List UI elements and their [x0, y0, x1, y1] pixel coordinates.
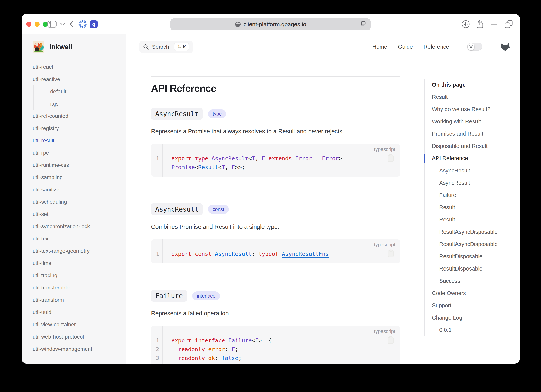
toc-item[interactable]: Success [432, 275, 514, 287]
toc-item-active[interactable]: API Reference [432, 152, 514, 164]
code-token: F [232, 346, 235, 352]
code-row: Promise<Result<T, E>>; [151, 163, 400, 172]
section-heading: AsyncResult type [151, 108, 400, 119]
sidebar-item[interactable]: util-time [22, 257, 125, 269]
sidebar-item[interactable]: util-reactive [22, 73, 125, 85]
nav-link-guide[interactable]: Guide [398, 44, 413, 50]
theme-toggle[interactable] [467, 43, 482, 51]
sidebar-item[interactable]: util-uuid [22, 306, 125, 318]
kind-badge: type [208, 109, 226, 119]
code-token: Promise [171, 164, 195, 170]
sidebar-item[interactable]: default [33, 85, 125, 98]
close-window-button[interactable] [26, 22, 31, 27]
sidebar-item[interactable]: util-set [22, 208, 125, 220]
toc-item[interactable]: Why do we use Result? [432, 103, 514, 115]
sidebar-item[interactable]: util-text-range-geometry [22, 245, 125, 257]
code-token [225, 337, 228, 344]
tanuki-icon [500, 42, 510, 52]
toc-item[interactable]: Working with Result [432, 115, 514, 128]
toc-item[interactable]: ResultDisposable [432, 250, 514, 263]
code-token: typeof [258, 251, 279, 257]
sidebar-item[interactable]: util-sanitize [22, 184, 125, 196]
sidebar-item[interactable]: util-runtime-css [22, 159, 125, 171]
sidebar-toggle-icon[interactable] [46, 14, 58, 35]
toc-item[interactable]: ResultDisposable [432, 263, 514, 275]
toc-item[interactable]: Support [432, 299, 514, 312]
sidebar-item[interactable]: util-transferable [22, 282, 125, 294]
toc-item[interactable]: Result [432, 91, 514, 103]
toc-active-marker [424, 154, 425, 163]
toc-item[interactable]: Result [432, 213, 514, 226]
search-input[interactable]: Search ⌘ K [139, 41, 193, 53]
code-line: readonly ok: false; [162, 354, 242, 362]
code-type-link[interactable]: Result [198, 164, 218, 170]
toc-item[interactable]: AsyncResult [432, 164, 514, 177]
share-icon[interactable] [475, 14, 484, 35]
new-tab-icon[interactable] [489, 14, 499, 35]
address-bar[interactable]: client-platform.gpages.io [170, 18, 371, 30]
code-row: 1export const AsyncResult: typeof AsyncR… [151, 249, 400, 258]
code-type-link[interactable]: AsyncResultFns [282, 251, 329, 257]
sidebar-item[interactable]: util-text [22, 232, 125, 245]
sidebar-item[interactable]: util-transform [22, 294, 125, 306]
sidebar-item[interactable]: util-ref-counted [22, 110, 125, 122]
sidebar-item[interactable]: util-registry [22, 122, 125, 134]
toc-item[interactable]: ResultAsyncDisposable [432, 238, 514, 250]
sidebar-item[interactable]: util-synchronization-lock [22, 220, 125, 232]
copy-code-icon[interactable] [387, 249, 394, 258]
site-logo[interactable]: Inkwell [22, 35, 125, 59]
toc-item[interactable]: AsyncResult [432, 177, 514, 189]
back-button-icon[interactable] [68, 14, 75, 35]
nav-link-reference[interactable]: Reference [423, 44, 449, 50]
tab-overview-icon[interactable] [504, 14, 514, 35]
sidebar-item[interactable]: rxjs [33, 98, 125, 110]
sidebar-item[interactable]: util-tracing [22, 269, 125, 282]
code-token: Error [295, 155, 312, 162]
code-token: Failure [228, 337, 252, 344]
sidebar-item[interactable]: util-rpc [22, 147, 125, 159]
toc-item[interactable]: Promises and Result [432, 128, 514, 140]
copy-code-icon[interactable] [387, 336, 394, 344]
on-this-page: On this page ResultWhy do we use Result?… [424, 59, 514, 336]
toc-item[interactable]: ResultAsyncDisposable [432, 226, 514, 238]
sidebar-item-active[interactable]: util-result [22, 134, 125, 147]
copy-code-icon[interactable] [387, 154, 394, 162]
search-placeholder: Search [152, 44, 169, 50]
code-token [265, 155, 268, 162]
code-token [205, 346, 208, 352]
page-settings-icon[interactable] [360, 21, 367, 28]
code-token [279, 251, 282, 257]
sidebar-item[interactable]: util-scheduling [22, 196, 125, 208]
toc-item[interactable]: Change Log [432, 312, 514, 324]
sidebar-item[interactable]: util-view-container [22, 318, 125, 331]
toc-item[interactable]: Code Owners [432, 287, 514, 299]
app-body: Inkwell util-reactutil-reactivedefaultrx… [22, 35, 520, 364]
code-token [258, 155, 262, 162]
code-token: E [262, 155, 265, 162]
site-name: Inkwell [49, 43, 73, 51]
nav-link-home[interactable]: Home [372, 44, 387, 50]
content-area: API Reference AsyncResult type Represent… [125, 59, 520, 364]
code-token: type [195, 155, 208, 162]
site-favicon[interactable]: g [89, 14, 99, 35]
code-token: ; [235, 346, 238, 352]
toc-item[interactable]: Disposable and Result [432, 140, 514, 152]
code-token [171, 346, 178, 352]
sidebar-item[interactable]: util-react [22, 61, 125, 73]
site-header: Search ⌘ K HomeGuideReference [125, 35, 520, 59]
toc-item[interactable]: Failure [432, 189, 514, 201]
toc-item[interactable]: 0.0.1 [432, 324, 514, 336]
code-token [342, 155, 345, 162]
code-token: , [225, 164, 228, 170]
toc-item[interactable]: Result [432, 201, 514, 213]
sidebar-item[interactable]: util-sampling [22, 171, 125, 184]
chevron-down-icon[interactable] [59, 14, 66, 35]
code-token: export [171, 337, 192, 344]
repo-link[interactable] [500, 42, 510, 52]
minimize-window-button[interactable] [35, 22, 40, 27]
downloads-icon[interactable] [461, 14, 470, 35]
sidebar-item[interactable]: util-web-host-protocol [22, 331, 125, 343]
code-token [228, 164, 232, 170]
line-number: 4 [151, 362, 162, 364]
sidebar-item[interactable]: util-window-management [22, 343, 125, 355]
